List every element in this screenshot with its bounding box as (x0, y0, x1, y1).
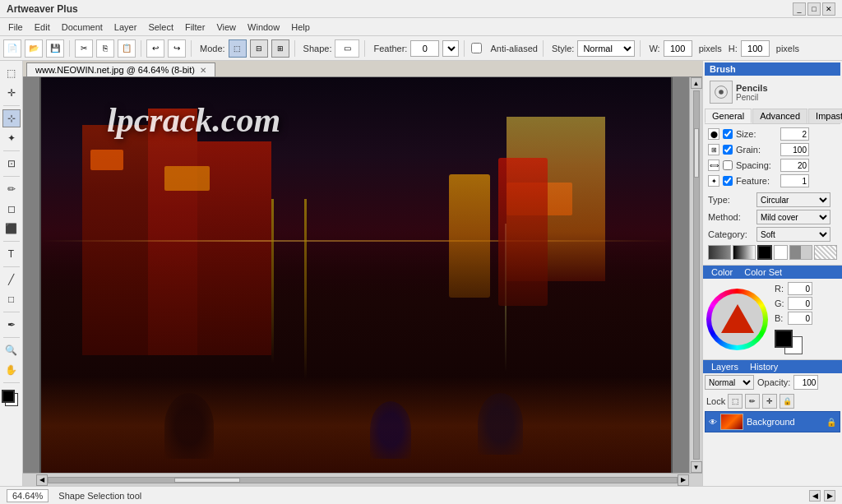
brush-tab-advanced[interactable]: Advanced (752, 109, 807, 123)
brush-tab-general[interactable]: General (705, 109, 752, 123)
g-input[interactable] (788, 297, 812, 310)
save-button[interactable]: 💾 (46, 39, 64, 58)
menu-filter[interactable]: Filter (180, 21, 210, 34)
open-button[interactable]: 📂 (25, 39, 43, 58)
r-input[interactable] (788, 282, 812, 295)
spacing-checkbox[interactable] (723, 160, 733, 170)
brush-swatch-4[interactable] (814, 245, 837, 260)
type-select[interactable]: Circular (756, 192, 830, 207)
color-selector[interactable] (2, 390, 21, 411)
fg-color-swatch[interactable] (2, 390, 15, 403)
layers-tab-layers[interactable]: Layers (708, 362, 742, 372)
blend-mode-select[interactable]: Normal (705, 375, 754, 390)
status-left-arrow[interactable]: ◀ (809, 490, 821, 502)
redo-button[interactable]: ↪ (168, 39, 186, 58)
hand-tool[interactable]: ✋ (2, 361, 21, 379)
size-checkbox[interactable] (723, 129, 733, 139)
eye-icon[interactable]: 👁 (709, 418, 717, 427)
zoom-tool[interactable]: 🔍 (2, 341, 21, 359)
menu-layer[interactable]: Layer (109, 21, 142, 34)
color-tab-set[interactable]: Color Set (741, 267, 785, 277)
crop-tool[interactable]: ⊡ (2, 155, 21, 173)
method-select[interactable]: Mild cover (756, 210, 830, 224)
window-controls[interactable]: _ □ ✕ (793, 2, 835, 16)
magic-wand-tool[interactable]: ✦ (2, 129, 21, 147)
brush-tab-impasto[interactable]: Impasto (808, 109, 842, 123)
mode-btn-3[interactable]: ⊞ (271, 39, 289, 58)
canvas-area[interactable]: lpcrack.com (23, 77, 689, 473)
feature-input[interactable] (780, 174, 809, 187)
lock-position-btn[interactable]: ✛ (762, 394, 777, 409)
vertical-scroll-track[interactable] (693, 90, 700, 460)
bg-mini-swatch[interactable] (774, 245, 789, 260)
feather-input[interactable] (410, 40, 439, 57)
vertical-scroll-thumb[interactable] (694, 128, 699, 178)
brush-tool[interactable]: ✏ (2, 180, 21, 198)
color-tab-color[interactable]: Color (708, 267, 736, 277)
layer-item[interactable]: 👁 Background 🔒 (705, 411, 840, 432)
scroll-right-arrow[interactable]: ▶ (678, 474, 689, 486)
lock-all-btn[interactable]: 🔒 (780, 394, 794, 409)
category-select[interactable]: Soft (756, 227, 830, 242)
menu-document[interactable]: Document (57, 21, 108, 34)
feature-checkbox[interactable] (723, 176, 733, 186)
menu-help[interactable]: Help (286, 21, 315, 34)
menu-window[interactable]: Window (243, 21, 285, 34)
new-button[interactable]: 📄 (3, 39, 21, 58)
shape-selector[interactable]: ▭ (335, 39, 359, 58)
brush-swatch-1[interactable] (708, 245, 731, 260)
mode-btn-2[interactable]: ⊟ (250, 39, 268, 58)
eraser-tool[interactable]: ◻ (2, 200, 21, 218)
fg-color-box[interactable] (775, 330, 793, 348)
canvas-tab[interactable]: www.NEOWIN.net.jpg @ 64.64% (8-bit) ✕ (26, 62, 215, 76)
text-tool[interactable]: T (2, 245, 21, 263)
menu-view[interactable]: View (211, 21, 241, 34)
w-input[interactable] (664, 40, 692, 57)
status-right-arrow[interactable]: ▶ (824, 490, 835, 502)
horizontal-scroll-track[interactable] (48, 477, 678, 483)
b-input[interactable] (788, 312, 812, 325)
anti-aliased-checkbox[interactable] (471, 43, 482, 53)
style-select[interactable]: Normal (577, 40, 635, 57)
cut-button[interactable]: ✂ (75, 39, 93, 58)
horizontal-scrollbar[interactable]: ◀ ▶ (23, 473, 702, 486)
selection-tool[interactable]: ⬚ (2, 64, 21, 82)
lock-paint-btn[interactable]: ✏ (745, 394, 760, 409)
vertical-scrollbar[interactable]: ▲ ▼ (689, 77, 702, 473)
color-wheel-container[interactable] (706, 289, 768, 350)
spacing-input[interactable] (780, 159, 809, 172)
scroll-up-arrow[interactable]: ▲ (691, 77, 702, 89)
brush-thumbnail[interactable] (710, 81, 733, 104)
eyedropper-tool[interactable]: ✒ (2, 316, 21, 334)
lasso-tool[interactable]: ⊹ (2, 109, 21, 127)
fg-mini-swatch[interactable] (757, 245, 772, 260)
opacity-input[interactable] (793, 375, 818, 390)
move-tool[interactable]: ✛ (2, 84, 21, 102)
mode-btn-1[interactable]: ⬚ (229, 39, 247, 58)
menu-select[interactable]: Select (143, 21, 178, 34)
tab-close-icon[interactable]: ✕ (200, 66, 206, 75)
maximize-button[interactable]: □ (807, 2, 821, 16)
size-input[interactable] (780, 127, 809, 141)
shape-tool[interactable]: □ (2, 290, 21, 308)
h-input[interactable] (741, 40, 770, 57)
brush-swatch-3[interactable] (789, 245, 812, 260)
horizontal-scroll-thumb[interactable] (174, 478, 240, 483)
brush-swatch-2[interactable] (733, 245, 756, 260)
color-wheel-inner[interactable] (711, 294, 763, 345)
lock-transparent-btn[interactable]: ⬚ (728, 394, 743, 409)
close-button[interactable]: ✕ (822, 2, 835, 16)
minimize-button[interactable]: _ (793, 2, 806, 16)
scroll-left-arrow[interactable]: ◀ (36, 474, 48, 486)
undo-button[interactable]: ↩ (146, 39, 164, 58)
feather-unit-select[interactable] (442, 40, 459, 57)
layers-tab-history[interactable]: History (747, 362, 781, 372)
menu-file[interactable]: File (3, 21, 28, 34)
scroll-down-arrow[interactable]: ▼ (691, 461, 702, 473)
line-tool[interactable]: ╱ (2, 270, 21, 289)
copy-button[interactable]: ⎘ (96, 39, 114, 58)
grain-input[interactable] (780, 143, 809, 156)
menu-edit[interactable]: Edit (30, 21, 55, 34)
fill-tool[interactable]: ⬛ (2, 220, 21, 238)
paste-button[interactable]: 📋 (118, 39, 136, 58)
